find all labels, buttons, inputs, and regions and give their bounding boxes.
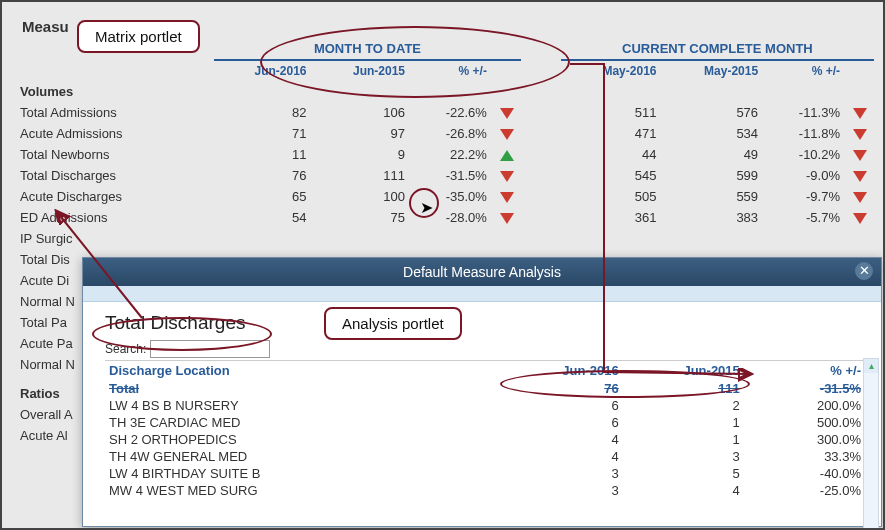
ah-3[interactable]: % +/- (744, 361, 865, 381)
row-label[interactable]: Acute Admissions (14, 123, 214, 144)
value-cell: 6 (502, 414, 623, 431)
location-cell: TH 3E CARDIAC MED (105, 414, 502, 431)
trend-down-icon (846, 102, 874, 123)
col-ccm-2[interactable]: % +/- (764, 60, 846, 81)
cell-value[interactable]: -10.2% (764, 144, 846, 165)
cell-value[interactable]: 106 (313, 102, 412, 123)
value-cell: 200.0% (744, 397, 865, 414)
cell-value[interactable]: 22.2% (411, 144, 493, 165)
col-ccm-1[interactable]: May-2015 (662, 60, 764, 81)
cell-value[interactable]: -35.0% (411, 186, 493, 207)
cell-value[interactable]: 545 (561, 165, 663, 186)
row-label[interactable]: ED Admissions (14, 207, 214, 228)
cell-value[interactable]: -11.8% (764, 123, 846, 144)
trend-down-icon (493, 102, 521, 123)
col-ccm-0[interactable]: May-2016 (561, 60, 663, 81)
cell-value[interactable]: 54 (214, 207, 313, 228)
value-cell: 3 (623, 448, 744, 465)
cell-value[interactable]: 11 (214, 144, 313, 165)
scrollbar[interactable]: ▴ (863, 358, 879, 530)
cell-value[interactable]: -28.0% (411, 207, 493, 228)
cell-value[interactable]: 599 (662, 165, 764, 186)
table-row: Acute Discharges65100-35.0%505559-9.7% (14, 186, 874, 207)
row-label[interactable]: Total Discharges (14, 165, 214, 186)
table-row: Total Discharges76111-31.5%545599-9.0% (14, 165, 874, 186)
ah-0[interactable]: Discharge Location (105, 361, 502, 381)
table-row: Total Newborns11922.2%4449-10.2% (14, 144, 874, 165)
value-cell: 500.0% (744, 414, 865, 431)
cell-value[interactable]: 97 (313, 123, 412, 144)
row-label[interactable]: Total Newborns (14, 144, 214, 165)
group-header-ccm: CURRENT COMPLETE MONTH (561, 38, 874, 60)
analysis-row[interactable]: MW 4 WEST MED SURG34-25.0% (105, 482, 865, 499)
cell-value[interactable]: 111 (313, 165, 412, 186)
trend-down-icon (846, 186, 874, 207)
cell-value[interactable]: 71 (214, 123, 313, 144)
cell-value[interactable]: -9.0% (764, 165, 846, 186)
cell-value[interactable]: -22.6% (411, 102, 493, 123)
cell-value[interactable]: -31.5% (411, 165, 493, 186)
cell-value[interactable]: 471 (561, 123, 663, 144)
ah-1[interactable]: Jun-2016 (502, 361, 623, 381)
cell-value[interactable]: 65 (214, 186, 313, 207)
analysis-row[interactable]: SH 2 ORTHOPEDICS41300.0% (105, 431, 865, 448)
cell-value[interactable]: 75 (313, 207, 412, 228)
location-cell: LW 4 BIRTHDAY SUITE B (105, 465, 502, 482)
trend-down-icon (846, 207, 874, 228)
cell-value[interactable]: 9 (313, 144, 412, 165)
cell-value[interactable]: -5.7% (764, 207, 846, 228)
cell-value[interactable]: 511 (561, 102, 663, 123)
scroll-up-icon[interactable]: ▴ (864, 359, 878, 373)
cell-value[interactable]: 82 (214, 102, 313, 123)
value-cell: -40.0% (744, 465, 865, 482)
trend-down-icon (493, 123, 521, 144)
cell-value[interactable]: -11.3% (764, 102, 846, 123)
cell-value[interactable]: 559 (662, 186, 764, 207)
location-cell: LW 4 BS B NURSERY (105, 397, 502, 414)
row-label[interactable]: Total Admissions (14, 102, 214, 123)
trend-up-icon (493, 144, 521, 165)
cell-value[interactable]: 505 (561, 186, 663, 207)
row-label[interactable]: Acute Discharges (14, 186, 214, 207)
value-cell: 1 (623, 431, 744, 448)
value-cell: 76 (502, 380, 623, 397)
trend-down-icon (846, 144, 874, 165)
trend-down-icon (846, 123, 874, 144)
cell-value[interactable]: 76 (214, 165, 313, 186)
value-cell: 4 (502, 448, 623, 465)
location-cell: Total (105, 380, 502, 397)
analysis-row[interactable]: LW 4 BIRTHDAY SUITE B35-40.0% (105, 465, 865, 482)
col-mtd-1[interactable]: Jun-2015 (313, 60, 412, 81)
cell-value[interactable]: -26.8% (411, 123, 493, 144)
section-header: Volumes (14, 81, 214, 102)
cell-value[interactable]: -9.7% (764, 186, 846, 207)
analysis-row[interactable]: TH 3E CARDIAC MED61500.0% (105, 414, 865, 431)
callout-analysis: Analysis portlet (324, 307, 462, 340)
dialog-titlebar[interactable]: Default Measure Analysis ✕ (83, 258, 881, 286)
analysis-row[interactable]: TH 4W GENERAL MED4333.3% (105, 448, 865, 465)
close-icon[interactable]: ✕ (855, 262, 873, 280)
cell-value[interactable]: 49 (662, 144, 764, 165)
row-label[interactable]: IP Surgic (14, 228, 214, 249)
value-cell: 3 (502, 465, 623, 482)
analysis-total-row[interactable]: Total76111-31.5% (105, 380, 865, 397)
table-row: Volumes (14, 81, 874, 102)
location-cell: SH 2 ORTHOPEDICS (105, 431, 502, 448)
value-cell: 3 (502, 482, 623, 499)
cell-value[interactable]: 361 (561, 207, 663, 228)
search-input[interactable] (150, 340, 270, 358)
table-row: IP Surgic (14, 228, 874, 249)
cell-value[interactable]: 534 (662, 123, 764, 144)
cell-value[interactable]: 576 (662, 102, 764, 123)
cell-value[interactable]: 100 (313, 186, 412, 207)
analysis-row[interactable]: LW 4 BS B NURSERY62200.0% (105, 397, 865, 414)
ah-2[interactable]: Jun-2015 (623, 361, 744, 381)
analysis-dialog: Default Measure Analysis ✕ Total Dischar… (82, 257, 882, 527)
value-cell: 1 (623, 414, 744, 431)
col-mtd-0[interactable]: Jun-2016 (214, 60, 313, 81)
value-cell: 4 (623, 482, 744, 499)
trend-down-icon (493, 186, 521, 207)
cell-value[interactable]: 383 (662, 207, 764, 228)
cell-value[interactable]: 44 (561, 144, 663, 165)
col-mtd-2[interactable]: % +/- (411, 60, 493, 81)
